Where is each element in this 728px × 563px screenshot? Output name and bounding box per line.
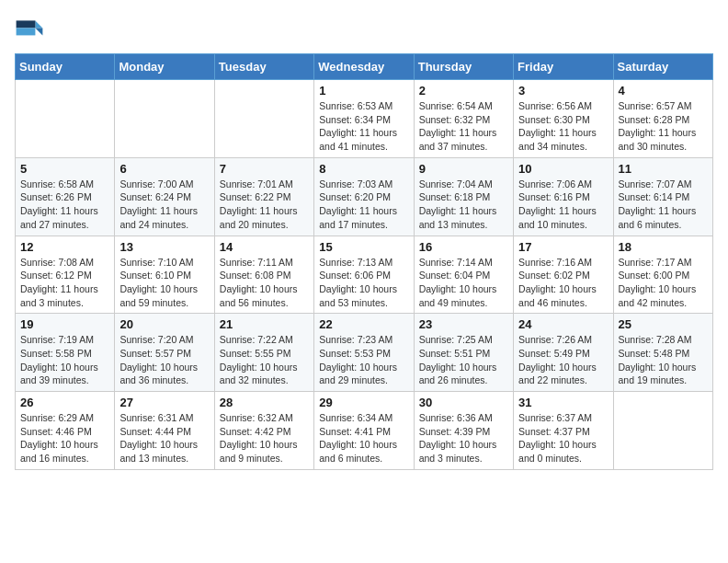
calendar-cell: 17Sunrise: 7:16 AM Sunset: 6:02 PM Dayli… xyxy=(514,236,613,314)
calendar-cell: 6Sunrise: 7:00 AM Sunset: 6:24 PM Daylig… xyxy=(115,157,214,236)
day-number: 3 xyxy=(518,84,608,98)
day-number: 25 xyxy=(619,317,708,331)
calendar-cell: 14Sunrise: 7:11 AM Sunset: 6:08 PM Dayli… xyxy=(214,236,313,314)
weekday-header: Saturday xyxy=(613,54,712,80)
day-info: Sunrise: 6:58 AM Sunset: 6:26 PM Dayligh… xyxy=(20,178,109,232)
calendar-cell: 26Sunrise: 6:29 AM Sunset: 4:46 PM Dayli… xyxy=(16,392,115,470)
day-number: 19 xyxy=(20,317,109,331)
calendar-cell: 22Sunrise: 7:23 AM Sunset: 5:53 PM Dayli… xyxy=(314,314,414,392)
day-number: 11 xyxy=(619,162,708,176)
calendar: SundayMondayTuesdayWednesdayThursdayFrid… xyxy=(15,53,713,470)
day-info: Sunrise: 6:56 AM Sunset: 6:30 PM Dayligh… xyxy=(518,99,608,154)
calendar-cell xyxy=(613,392,712,470)
day-info: Sunrise: 7:20 AM Sunset: 5:57 PM Dayligh… xyxy=(119,333,209,387)
calendar-cell: 13Sunrise: 7:10 AM Sunset: 6:10 PM Dayli… xyxy=(115,236,214,314)
svg-rect-4 xyxy=(17,28,36,35)
day-number: 13 xyxy=(119,240,209,254)
day-number: 22 xyxy=(319,317,408,331)
day-number: 26 xyxy=(20,396,109,409)
calendar-cell: 5Sunrise: 6:58 AM Sunset: 6:26 PM Daylig… xyxy=(16,157,115,236)
day-info: Sunrise: 7:08 AM Sunset: 6:12 PM Dayligh… xyxy=(20,256,109,310)
svg-rect-3 xyxy=(17,20,36,28)
day-info: Sunrise: 6:57 AM Sunset: 6:28 PM Dayligh… xyxy=(619,99,708,154)
calendar-cell: 8Sunrise: 7:03 AM Sunset: 6:20 PM Daylig… xyxy=(314,157,414,236)
day-info: Sunrise: 7:10 AM Sunset: 6:10 PM Dayligh… xyxy=(119,256,209,310)
day-info: Sunrise: 7:22 AM Sunset: 5:55 PM Dayligh… xyxy=(220,333,309,387)
day-number: 9 xyxy=(419,162,508,176)
day-info: Sunrise: 6:31 AM Sunset: 4:44 PM Dayligh… xyxy=(119,411,209,465)
day-number: 18 xyxy=(619,240,708,254)
weekday-header: Wednesday xyxy=(314,54,414,80)
calendar-cell: 23Sunrise: 7:25 AM Sunset: 5:51 PM Dayli… xyxy=(414,314,513,392)
calendar-cell: 11Sunrise: 7:07 AM Sunset: 6:14 PM Dayli… xyxy=(613,157,712,236)
calendar-cell: 15Sunrise: 7:13 AM Sunset: 6:06 PM Dayli… xyxy=(314,236,414,314)
calendar-cell: 28Sunrise: 6:32 AM Sunset: 4:42 PM Dayli… xyxy=(214,392,313,470)
day-number: 4 xyxy=(619,84,708,98)
day-info: Sunrise: 6:37 AM Sunset: 4:37 PM Dayligh… xyxy=(518,411,608,465)
day-number: 8 xyxy=(319,162,408,176)
day-number: 10 xyxy=(518,162,608,176)
day-number: 20 xyxy=(119,317,209,331)
day-number: 21 xyxy=(220,317,309,331)
day-number: 24 xyxy=(518,317,608,331)
day-info: Sunrise: 6:54 AM Sunset: 6:32 PM Dayligh… xyxy=(419,99,508,154)
weekday-header: Sunday xyxy=(16,54,115,80)
logo xyxy=(15,15,48,44)
day-info: Sunrise: 6:29 AM Sunset: 4:46 PM Dayligh… xyxy=(20,411,109,465)
day-info: Sunrise: 7:28 AM Sunset: 5:48 PM Dayligh… xyxy=(619,333,708,387)
calendar-cell: 20Sunrise: 7:20 AM Sunset: 5:57 PM Dayli… xyxy=(115,314,214,392)
day-info: Sunrise: 6:34 AM Sunset: 4:41 PM Dayligh… xyxy=(319,411,408,465)
calendar-cell: 19Sunrise: 7:19 AM Sunset: 5:58 PM Dayli… xyxy=(16,314,115,392)
day-info: Sunrise: 7:03 AM Sunset: 6:20 PM Dayligh… xyxy=(319,178,408,232)
calendar-cell: 10Sunrise: 7:06 AM Sunset: 6:16 PM Dayli… xyxy=(514,157,613,236)
day-number: 31 xyxy=(518,396,608,409)
calendar-cell: 30Sunrise: 6:36 AM Sunset: 4:39 PM Dayli… xyxy=(414,392,513,470)
day-info: Sunrise: 7:25 AM Sunset: 5:51 PM Dayligh… xyxy=(419,333,508,387)
day-number: 6 xyxy=(119,162,209,176)
calendar-cell: 24Sunrise: 7:26 AM Sunset: 5:49 PM Dayli… xyxy=(514,314,613,392)
day-info: Sunrise: 7:17 AM Sunset: 6:00 PM Dayligh… xyxy=(619,256,708,310)
day-info: Sunrise: 7:00 AM Sunset: 6:24 PM Dayligh… xyxy=(119,178,209,232)
day-number: 27 xyxy=(119,396,209,409)
calendar-cell: 2Sunrise: 6:54 AM Sunset: 6:32 PM Daylig… xyxy=(414,80,513,158)
day-info: Sunrise: 7:26 AM Sunset: 5:49 PM Dayligh… xyxy=(518,333,608,387)
day-info: Sunrise: 7:07 AM Sunset: 6:14 PM Dayligh… xyxy=(619,178,708,232)
logo-icon xyxy=(15,15,44,44)
calendar-cell xyxy=(214,80,313,158)
day-number: 28 xyxy=(220,396,309,409)
weekday-header: Monday xyxy=(115,54,214,80)
day-info: Sunrise: 6:32 AM Sunset: 4:42 PM Dayligh… xyxy=(220,411,309,465)
day-info: Sunrise: 6:53 AM Sunset: 6:34 PM Dayligh… xyxy=(319,99,408,154)
calendar-week-row: 1Sunrise: 6:53 AM Sunset: 6:34 PM Daylig… xyxy=(16,80,713,158)
day-number: 17 xyxy=(518,240,608,254)
calendar-cell xyxy=(115,80,214,158)
day-info: Sunrise: 7:23 AM Sunset: 5:53 PM Dayligh… xyxy=(319,333,408,387)
weekday-header: Thursday xyxy=(414,54,513,80)
calendar-cell: 9Sunrise: 7:04 AM Sunset: 6:18 PM Daylig… xyxy=(414,157,513,236)
day-number: 12 xyxy=(20,240,109,254)
calendar-cell: 21Sunrise: 7:22 AM Sunset: 5:55 PM Dayli… xyxy=(214,314,313,392)
calendar-cell: 29Sunrise: 6:34 AM Sunset: 4:41 PM Dayli… xyxy=(314,392,414,470)
calendar-cell: 25Sunrise: 7:28 AM Sunset: 5:48 PM Dayli… xyxy=(613,314,712,392)
day-number: 1 xyxy=(319,84,408,98)
calendar-cell: 16Sunrise: 7:14 AM Sunset: 6:04 PM Dayli… xyxy=(414,236,513,314)
day-info: Sunrise: 7:16 AM Sunset: 6:02 PM Dayligh… xyxy=(518,256,608,310)
day-number: 23 xyxy=(419,317,508,331)
day-number: 16 xyxy=(419,240,508,254)
weekday-header: Friday xyxy=(514,54,613,80)
day-number: 5 xyxy=(20,162,109,176)
calendar-cell xyxy=(16,80,115,158)
day-info: Sunrise: 7:04 AM Sunset: 6:18 PM Dayligh… xyxy=(419,178,508,232)
calendar-week-row: 19Sunrise: 7:19 AM Sunset: 5:58 PM Dayli… xyxy=(16,314,713,392)
day-info: Sunrise: 7:14 AM Sunset: 6:04 PM Dayligh… xyxy=(419,256,508,310)
day-number: 7 xyxy=(220,162,309,176)
day-number: 29 xyxy=(319,396,408,409)
calendar-week-row: 26Sunrise: 6:29 AM Sunset: 4:46 PM Dayli… xyxy=(16,392,713,470)
calendar-cell: 3Sunrise: 6:56 AM Sunset: 6:30 PM Daylig… xyxy=(514,80,613,158)
day-info: Sunrise: 7:11 AM Sunset: 6:08 PM Dayligh… xyxy=(220,256,309,310)
calendar-cell: 12Sunrise: 7:08 AM Sunset: 6:12 PM Dayli… xyxy=(16,236,115,314)
day-info: Sunrise: 6:36 AM Sunset: 4:39 PM Dayligh… xyxy=(419,411,508,465)
calendar-cell: 27Sunrise: 6:31 AM Sunset: 4:44 PM Dayli… xyxy=(115,392,214,470)
day-info: Sunrise: 7:13 AM Sunset: 6:06 PM Dayligh… xyxy=(319,256,408,310)
calendar-week-row: 12Sunrise: 7:08 AM Sunset: 6:12 PM Dayli… xyxy=(16,236,713,314)
